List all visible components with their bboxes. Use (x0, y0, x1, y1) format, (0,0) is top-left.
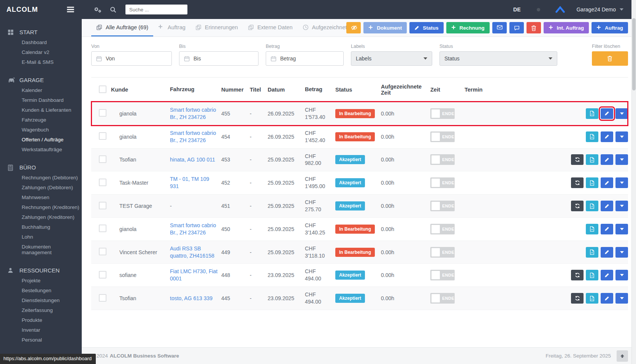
tab-alle-auftr-ge-69-[interactable]: Alle Aufträge (69) (91, 19, 153, 36)
vehicle-link[interactable]: TM - 01, TM 109 931 (170, 176, 209, 189)
add-int-auftrag-button[interactable]: Int. Auftrag (544, 22, 589, 33)
refresh-button[interactable] (571, 154, 584, 165)
pdf-button[interactable] (586, 154, 598, 165)
labels-select[interactable]: Labels (351, 51, 432, 66)
sidebar-item-zahlungen-debitoren-[interactable]: Zahlungen (Debitoren) (0, 182, 82, 192)
gears-icon[interactable] (93, 6, 102, 13)
row-checkbox[interactable] (99, 294, 106, 302)
sidebar-item-zahlungen-kreditoren-[interactable]: Zahlungen (Kreditoren) (0, 212, 82, 222)
edit-button[interactable] (601, 108, 613, 119)
sidebar-item-termin-dashboard[interactable]: Termin Dashboard (0, 95, 82, 105)
vehicle-link[interactable]: Smart fortwo cabrio Br., ZH 234726 (170, 222, 216, 236)
refresh-button[interactable] (571, 270, 584, 280)
sidebar-item-wagenbuch[interactable]: Wagenbuch (0, 125, 82, 135)
status-button[interactable]: Status (409, 22, 443, 33)
delete-button[interactable] (527, 22, 541, 33)
sidebar-item-fahrzeuge[interactable]: Fahrzeuge (0, 115, 82, 125)
pdf-button[interactable] (586, 131, 598, 142)
comment-button[interactable] (509, 22, 524, 33)
dropdown-button[interactable] (615, 108, 628, 119)
sidebar-item-dashboard[interactable]: Dashboard (0, 37, 82, 47)
edit-button[interactable] (601, 154, 613, 165)
language-selector[interactable]: DE (513, 6, 520, 13)
vehicle-link[interactable]: Audi RS3 SB quattro, ZH416158 (170, 245, 214, 259)
ende-toggle[interactable]: ENDE (430, 270, 455, 280)
search-input[interactable] (125, 5, 187, 14)
tab-erinnerungen[interactable]: Erinnerungen (190, 19, 243, 36)
edit-button[interactable] (601, 201, 613, 211)
refresh-button[interactable] (571, 293, 584, 304)
chevron-down-icon[interactable] (620, 8, 623, 11)
scroll-top-button[interactable] (617, 350, 628, 362)
sidebar-item-calendar-v2[interactable]: Calendar v2 (0, 47, 82, 57)
sidebar-item-werkstattauftr-ge[interactable]: Werkstattaufträge (0, 144, 82, 154)
sidebar-item-rechnungen-kreditoren-[interactable]: Rechnungen (Kreditoren) (0, 202, 82, 212)
edit-button[interactable] (601, 270, 613, 280)
row-checkbox[interactable] (99, 109, 106, 117)
row-checkbox[interactable] (99, 179, 106, 186)
refresh-button[interactable] (571, 177, 584, 188)
sidebar-item-projekte[interactable]: Projekte (0, 275, 82, 285)
add-auftrag-button[interactable]: Auftrag (592, 22, 628, 33)
ende-toggle[interactable]: ENDE (430, 201, 455, 211)
row-checkbox[interactable] (99, 132, 106, 140)
sidebar-section-header[interactable]: BÜRO (0, 162, 82, 173)
vehicle-link[interactable]: hinata, AG 100 011 (170, 157, 215, 163)
dropdown-button[interactable] (615, 131, 628, 142)
betrag-input[interactable]: Betrag (266, 51, 344, 66)
vehicle-link[interactable]: Smart fortwo cabrio Br., ZH 234726 (170, 107, 216, 120)
toggle-visibility-button[interactable] (346, 22, 361, 33)
sidebar-section-header[interactable]: RESSOURCEN (0, 265, 82, 275)
scrollbar-thumb[interactable] (632, 18, 636, 90)
ende-toggle[interactable]: ENDE (430, 293, 455, 304)
dropdown-button[interactable] (615, 270, 628, 280)
dropdown-button[interactable] (615, 293, 628, 304)
ende-toggle[interactable]: ENDE (430, 108, 455, 119)
sidebar-item-buchhaltung[interactable]: Buchhaltung (0, 222, 82, 232)
sidebar-item-inventar[interactable]: Inventar (0, 325, 82, 335)
sidebar-item-rechnungen-debitoren-[interactable]: Rechnungen (Debitoren) (0, 173, 82, 182)
bis-date-input[interactable]: Bis (179, 51, 259, 66)
tab-externe-daten[interactable]: Externe Daten (243, 19, 298, 36)
row-checkbox[interactable] (99, 202, 106, 209)
sidebar-item-produkte[interactable]: Produkte (0, 315, 82, 325)
sidebar-item-dokumenten-management[interactable]: Dokumenten management (0, 242, 82, 257)
edit-button[interactable] (601, 224, 613, 234)
row-checkbox[interactable] (99, 225, 106, 232)
search-icon[interactable] (110, 6, 116, 13)
select-all-checkbox[interactable] (99, 85, 106, 93)
ende-toggle[interactable]: ENDE (430, 247, 455, 258)
sidebar-item-offerten-auftr-ge[interactable]: Offerten / Aufträge (0, 135, 82, 144)
sidebar-item-zeiterfassung[interactable]: Zeiterfassung (0, 305, 82, 315)
ende-toggle[interactable]: ENDE (430, 224, 455, 234)
tab-auftrag[interactable]: Auftrag (153, 19, 190, 36)
sidebar-item-dienstleistungen[interactable]: Dienstleistungen (0, 295, 82, 305)
ende-toggle[interactable]: ENDE (430, 154, 455, 165)
pdf-button[interactable] (586, 224, 598, 234)
clear-filters-button[interactable] (592, 51, 628, 66)
pdf-button[interactable] (586, 270, 598, 280)
edit-button[interactable] (601, 131, 613, 142)
sidebar-section-header[interactable]: GARAGE (0, 75, 82, 85)
dropdown-button[interactable] (615, 201, 628, 211)
pdf-button[interactable] (586, 201, 598, 211)
sidebar-item-bestellungen[interactable]: Bestellungen (0, 285, 82, 295)
add-rechnung-button[interactable]: Rechnung (446, 22, 490, 33)
row-checkbox[interactable] (99, 155, 106, 163)
dropdown-button[interactable] (615, 177, 628, 188)
email-button[interactable] (492, 22, 507, 33)
ende-toggle[interactable]: ENDE (430, 177, 455, 188)
sidebar-item-mahnwesen[interactable]: Mahnwesen (0, 192, 82, 202)
edit-button[interactable] (601, 177, 613, 188)
account-menu[interactable]: Garage24 Demo (576, 6, 616, 13)
page-scrollbar[interactable] (631, 0, 636, 364)
refresh-button[interactable] (571, 201, 584, 211)
vehicle-link[interactable]: Smart fortwo cabrio Br., ZH 234726 (170, 130, 216, 143)
row-checkbox[interactable] (99, 248, 106, 255)
edit-button[interactable] (601, 247, 613, 258)
pdf-button[interactable] (586, 247, 598, 258)
vehicle-link[interactable]: tosto, AG 613 339 (170, 295, 213, 301)
sidebar-item-lohn[interactable]: Lohn (0, 232, 82, 242)
add-dokument-button[interactable]: Dokument (363, 22, 407, 33)
sidebar-item-kunden-lieferanten[interactable]: Kunden & Lieferanten (0, 105, 82, 115)
